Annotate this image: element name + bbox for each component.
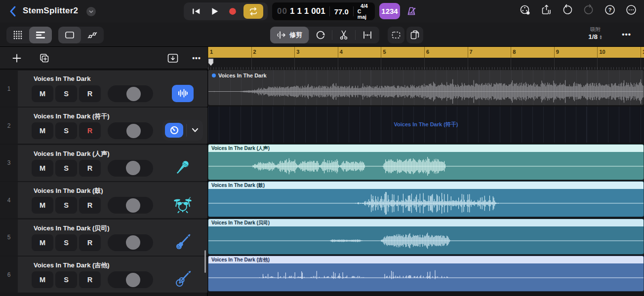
mute-button[interactable]: M [32,197,53,214]
volume-slider-knob[interactable] [126,198,140,213]
record-enable-button[interactable]: R [79,234,101,251]
back-button[interactable] [7,5,20,18]
volume-slider-knob[interactable] [126,87,141,101]
record-enable-button[interactable]: R [79,271,101,288]
import-tracks-button[interactable] [167,52,179,64]
track-number: 2 [0,108,18,144]
audio-track-button[interactable] [172,85,194,102]
audio-region[interactable]: Voices In The Dark (人声) [208,144,644,180]
bar-ruler[interactable]: 1234567891011 [208,47,644,70]
help-button[interactable]: ? [604,4,616,16]
track-row[interactable]: 6 Voices In The Dark (吉他) M S R [0,257,207,293]
record-button[interactable] [225,4,240,19]
stack-disclosure-button[interactable] [187,127,203,133]
solo-button[interactable]: S [55,122,77,139]
split-tool-button[interactable] [332,27,355,43]
volume-slider[interactable] [108,234,153,251]
timeline-lane[interactable]: Voices In The Dark (鼓) [208,181,644,217]
solo-button[interactable]: S [55,271,77,288]
track-icon-area[interactable] [161,193,204,217]
mute-button[interactable]: M [32,271,53,288]
track-icon-area[interactable] [161,230,204,254]
timeline-lane[interactable]: Voices In The Dark (人声) [208,144,644,180]
view-toolbar: 修剪 [0,23,644,47]
solo-button[interactable]: S [55,197,77,214]
track-icon-area[interactable] [161,81,204,105]
redo-button[interactable] [583,4,595,16]
loop-tool-button[interactable] [309,27,332,43]
toolbar-more-button[interactable]: ••• [622,30,631,38]
add-track-button[interactable] [11,52,23,64]
fade-tool-button[interactable] [356,27,379,43]
mute-button[interactable]: M [32,85,53,102]
automation-mode-button[interactable] [81,27,104,43]
volume-slider[interactable] [108,197,153,214]
share-button[interactable] [540,4,552,16]
audio-region[interactable]: Voices In The Dark (鼓) [208,181,644,217]
track-stack-control[interactable] [162,120,203,141]
volume-slider[interactable] [108,160,153,177]
timeline-lane[interactable]: Voices In The Dark (贝司) [208,219,644,255]
volume-slider-knob[interactable] [126,273,140,287]
controls-knob-button[interactable] [519,4,531,16]
trim-tool-button[interactable]: 修剪 [270,27,309,43]
volume-slider[interactable] [108,122,153,139]
waveform [208,189,644,217]
record-enable-button[interactable]: R [79,122,101,139]
project-title[interactable]: StemSplitter2 [23,6,78,16]
tracks-view-button[interactable] [29,27,52,43]
grid-view-button[interactable] [6,27,29,43]
undo-button[interactable] [562,4,573,16]
cycle-button[interactable] [243,4,263,19]
count-in-button[interactable]: 1234 [379,3,400,19]
track-row[interactable]: 2 Voices In The Dark (符干) M S R [0,108,207,144]
track-icon-area[interactable] [161,267,204,291]
solo-button[interactable]: S [55,160,77,177]
volume-slider-knob[interactable] [126,235,140,250]
mute-button[interactable]: M [32,122,53,139]
track-row[interactable]: 4 Voices In The Dark (鼓) M S R [0,182,207,218]
timeline-lane[interactable]: Voices In The Dark (吉他) [208,256,644,292]
volume-slider-knob[interactable] [126,124,141,138]
track-row[interactable]: 1 Voices In The Dark M S R [0,71,207,107]
mute-button[interactable]: M [32,160,53,177]
paste-button[interactable] [406,27,423,43]
timeline-lane[interactable]: Voices In The Dark [208,70,644,106]
audio-region[interactable]: Voices In The Dark (贝司) [208,219,644,255]
project-menu-button[interactable] [86,7,96,16]
audio-region[interactable]: Voices In The Dark [208,70,644,106]
snap-control[interactable]: 吸附 1/8 ▲▼ [588,26,603,40]
play-button[interactable] [207,4,222,19]
cycle-range-band[interactable]: 1234567891011 [208,47,644,58]
volume-slider[interactable] [108,85,153,102]
record-icon [227,6,238,17]
marquee-select-button[interactable] [388,27,404,43]
stack-summing-button[interactable] [165,123,183,138]
mute-button[interactable]: M [32,234,53,251]
volume-slider-knob[interactable] [126,161,140,175]
duplicate-track-button[interactable] [39,52,50,64]
track-list-scrollbar[interactable] [204,250,206,273]
record-enable-button[interactable]: R [79,160,101,177]
marquee-mode-button[interactable] [58,27,81,43]
more-button[interactable] [625,4,637,16]
metronome-button[interactable] [402,3,421,19]
solo-button[interactable]: S [55,85,77,102]
track-row[interactable]: 5 Voices In The Dark (贝司) M S R [0,220,207,256]
record-enable-button[interactable]: R [79,85,101,102]
track-row[interactable]: 3 Voices In The Dark (人声) M S R [0,145,207,181]
playhead-handle[interactable] [208,58,214,69]
ruler-ticks[interactable] [208,58,644,70]
track-list-more-button[interactable]: ••• [191,52,202,64]
volume-slider[interactable] [108,271,153,288]
solo-button[interactable]: S [55,234,77,251]
track-icon-area[interactable] [161,118,204,142]
timeline-lane[interactable]: Voices In The Dark (符干) [208,107,644,143]
audio-region[interactable]: Voices In The Dark (吉他) [208,256,644,292]
track-icon-area[interactable] [161,156,204,180]
rewind-button[interactable] [189,4,203,19]
timeline-area[interactable]: 1234567891011 Voices In The DarkVoices I… [208,47,644,296]
snap-stepper-icon[interactable]: ▲▼ [599,35,603,39]
lcd-display[interactable]: 00111001 77.0 4/4 C maj [272,2,375,20]
record-enable-button[interactable]: R [79,197,101,214]
